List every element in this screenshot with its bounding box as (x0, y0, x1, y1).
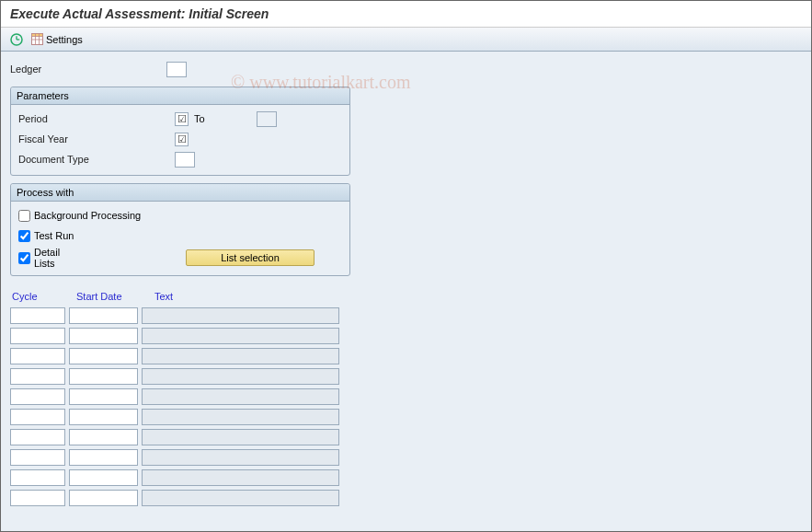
start-date-input[interactable] (69, 469, 138, 486)
detail-lists-label: Detail Lists (34, 247, 80, 269)
start-date-input[interactable] (69, 307, 138, 324)
table-row (10, 490, 802, 506)
required-icon: ☑ (175, 133, 189, 146)
execute-icon[interactable] (8, 31, 25, 48)
test-run-label: Test Run (34, 230, 74, 241)
cycle-input[interactable] (10, 429, 65, 445)
content-area: © www.tutorialkart.com Ledger Parameters… (1, 52, 811, 532)
background-processing-label: Background Processing (34, 210, 141, 221)
col-header-text: Text (154, 291, 210, 302)
start-date-input[interactable] (69, 368, 138, 385)
start-date-input[interactable] (69, 449, 138, 466)
start-date-input[interactable] (69, 429, 138, 445)
period-label: Period (18, 113, 175, 124)
table-row (10, 429, 802, 445)
parameters-group: Parameters Period ☑ To Fiscal Year ☑ Doc… (10, 87, 350, 176)
cycle-input[interactable] (10, 348, 65, 364)
ledger-label: Ledger (10, 64, 166, 75)
ledger-row: Ledger (10, 59, 802, 79)
period-to-input[interactable] (257, 111, 277, 127)
cycle-input[interactable] (10, 469, 65, 486)
table-header: Cycle Start Date Text (10, 291, 802, 302)
col-header-cycle: Cycle (12, 291, 58, 302)
title-bar: Execute Actual Assessment: Initial Scree… (1, 1, 811, 28)
fiscal-year-label: Fiscal Year (18, 133, 175, 145)
cycle-input[interactable] (10, 449, 65, 466)
text-input[interactable] (142, 409, 339, 425)
cycle-input[interactable] (10, 490, 65, 506)
document-type-label: Document Type (18, 154, 175, 165)
text-input[interactable] (142, 388, 339, 405)
ledger-input[interactable] (166, 62, 187, 77)
text-input[interactable] (142, 469, 339, 486)
table-row (10, 388, 802, 405)
test-run-checkbox[interactable] (18, 230, 30, 242)
document-type-input[interactable] (175, 152, 195, 168)
start-date-input[interactable] (69, 348, 138, 364)
grid-icon (31, 33, 43, 45)
list-selection-button[interactable]: List selection (186, 249, 315, 266)
table-body (10, 307, 802, 506)
cycle-input[interactable] (10, 307, 65, 324)
table-row (10, 409, 802, 425)
table-row (10, 469, 802, 486)
background-processing-checkbox[interactable] (18, 210, 30, 222)
cycle-input[interactable] (10, 409, 65, 425)
detail-lists-checkbox[interactable] (18, 252, 30, 264)
text-input[interactable] (142, 449, 339, 466)
required-icon: ☑ (175, 112, 189, 126)
process-legend: Process with (11, 184, 349, 202)
cycle-input[interactable] (10, 388, 65, 405)
process-group: Process with Background Processing Test … (10, 183, 350, 276)
table-row (10, 328, 802, 344)
text-input[interactable] (142, 307, 339, 324)
start-date-input[interactable] (69, 409, 138, 425)
start-date-input[interactable] (69, 328, 138, 344)
settings-label: Settings (46, 34, 83, 45)
svg-rect-4 (32, 34, 43, 37)
text-input[interactable] (142, 348, 339, 364)
text-input[interactable] (142, 490, 339, 506)
page-title: Execute Actual Assessment: Initial Scree… (10, 6, 269, 21)
cycle-input[interactable] (10, 328, 65, 344)
table-row (10, 307, 802, 324)
text-input[interactable] (142, 368, 339, 385)
text-input[interactable] (142, 328, 339, 344)
start-date-input[interactable] (69, 490, 138, 506)
table-row (10, 368, 802, 385)
toolbar: Settings (1, 28, 811, 52)
settings-button[interactable]: Settings (29, 32, 86, 46)
col-header-start-date: Start Date (76, 291, 136, 302)
start-date-input[interactable] (69, 388, 138, 405)
table-row (10, 348, 802, 364)
parameters-legend: Parameters (11, 87, 349, 105)
to-label: To (194, 113, 205, 124)
cycle-input[interactable] (10, 368, 65, 385)
text-input[interactable] (142, 429, 339, 445)
table-row (10, 449, 802, 466)
